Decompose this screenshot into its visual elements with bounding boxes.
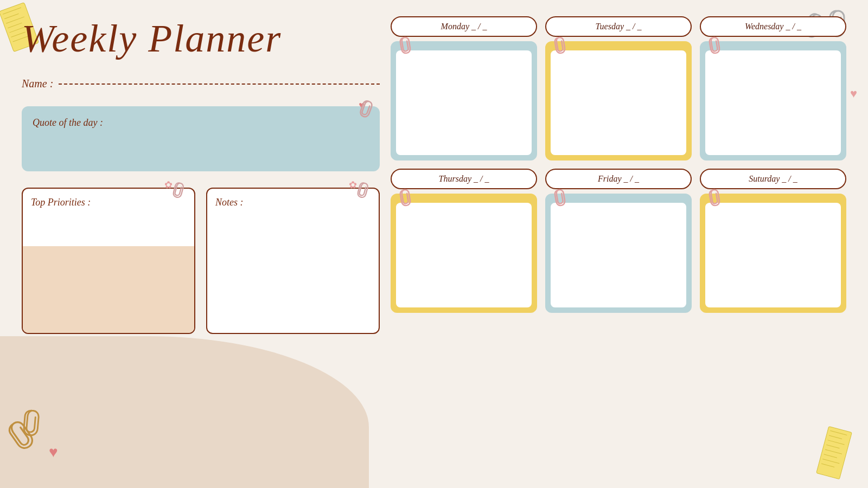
ruler-decoration-bottomright <box>816 426 852 480</box>
friday-column: Friday _ / _ <box>545 169 692 313</box>
wednesday-card[interactable] <box>700 41 846 160</box>
monday-column: Monday _ / _ <box>391 16 537 160</box>
page-title: Weekly Planner <box>22 16 380 61</box>
tuesday-card[interactable] <box>545 41 692 160</box>
name-field: Name : <box>22 78 380 90</box>
wednesday-header: Wednesday _ / _ <box>700 16 846 37</box>
priorities-box[interactable]: ✿ Top Priorities : <box>22 188 195 334</box>
monday-card-inner <box>396 50 532 155</box>
quote-label: Quote of the day : <box>33 117 103 128</box>
thursday-card-inner <box>396 203 532 307</box>
friday-card[interactable] <box>545 194 692 313</box>
name-label: Name : <box>22 78 53 90</box>
wednesday-column: Wednesday _ / _ <box>700 16 846 160</box>
tuesday-column: Tuesday _ / _ <box>545 16 692 160</box>
thursday-card[interactable] <box>391 194 537 313</box>
priorities-label: Top Priorities : <box>31 197 91 208</box>
monday-card[interactable] <box>391 41 537 160</box>
paperclip-decoration-bottomleft-2 <box>21 407 42 440</box>
priorities-label-container: Top Priorities : <box>31 197 186 208</box>
thursday-column: Thursday _ / _ <box>391 169 537 313</box>
friday-card-inner <box>551 203 686 307</box>
wednesday-card-inner <box>705 50 841 155</box>
name-underline <box>59 84 380 85</box>
saturday-column: Suturday _ / _ <box>700 169 846 313</box>
saturday-header: Suturday _ / _ <box>700 169 846 189</box>
notes-label-container: Notes : <box>215 197 371 208</box>
notes-label: Notes : <box>215 197 244 208</box>
left-panel: Weekly Planner Name : ♥ Quote of the day… <box>22 16 380 334</box>
heart-decoration-bottomleft: ♥ <box>49 444 58 461</box>
saturday-card[interactable] <box>700 194 846 313</box>
flower-clip-priorities: ✿ <box>164 179 173 191</box>
heart-decoration-right: ♥ <box>850 87 857 101</box>
flower-clip-notes: ✿ <box>349 179 357 191</box>
background-wave <box>0 336 369 488</box>
priority-bg-wave <box>23 246 194 333</box>
bottom-boxes: ✿ Top Priorities : ✿ Note <box>22 188 380 334</box>
days-grid: Monday _ / _ Tuesday _ / _ <box>391 16 846 313</box>
days-grid-panel: Monday _ / _ Tuesday _ / _ <box>391 16 846 313</box>
tuesday-card-inner <box>551 50 686 155</box>
tuesday-header: Tuesday _ / _ <box>545 16 692 37</box>
notes-box[interactable]: ✿ Notes : <box>206 188 380 334</box>
friday-header: Friday _ / _ <box>545 169 692 189</box>
quote-box[interactable]: Quote of the day : <box>22 106 380 171</box>
quote-section: ♥ Quote of the day : <box>22 106 380 171</box>
monday-header: Monday _ / _ <box>391 16 537 37</box>
thursday-header: Thursday _ / _ <box>391 169 537 189</box>
saturday-card-inner <box>705 203 841 307</box>
